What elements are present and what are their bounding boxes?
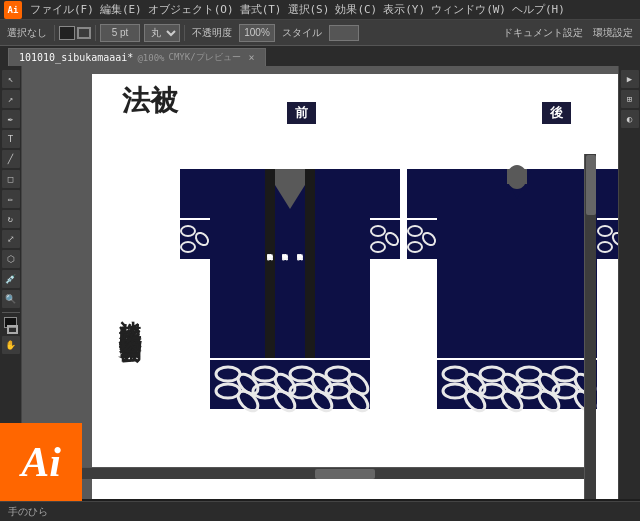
zoom-tool[interactable]: 🔍 [2,290,20,308]
menu-select[interactable]: 選択(S) [288,2,330,17]
menu-format[interactable]: 書式(T) [240,2,282,17]
line-tool[interactable]: ╱ [2,150,20,168]
scrollbar-thumb-vertical[interactable] [586,155,596,215]
document-tab[interactable]: 101010_sibukamaaai* @100% CMYK/プレビュー × [8,48,266,66]
stroke-color-box[interactable] [77,27,91,39]
tab-filename: 101010_sibukamaaai* [19,52,133,63]
scale-tool[interactable]: ⤢ [2,230,20,248]
tools-divider [2,312,20,313]
style-label: スタイル [279,25,325,41]
svg-rect-62 [407,219,437,259]
ai-logo-small: Ai [4,1,22,19]
svg-rect-6 [305,169,315,369]
vertical-text: 淡川地区危険物安全協会 [116,303,142,325]
svg-rect-67 [597,219,618,259]
right-panel: ▶ ⊞ ◐ [618,66,640,499]
canvas-area[interactable]: 法被 淡川地区危険物安全協会 前 後 [22,66,618,499]
select-tool[interactable]: ↖ [2,70,20,88]
menu-window[interactable]: ウィンドウ(W) [431,2,506,17]
env-settings-button[interactable]: 環境設定 [590,25,636,41]
rotate-tool[interactable]: ↻ [2,210,20,228]
direct-select-tool[interactable]: ↗ [2,90,20,108]
page-title: 法被 [122,84,178,117]
stroke-size-input[interactable] [100,24,140,42]
menu-object[interactable]: オブジェクト(O) [148,2,234,17]
right-panel-icon3[interactable]: ◐ [621,110,639,128]
front-label-box: 前 [287,102,316,124]
tab-colormode: CMYK/プレビュー [169,51,241,64]
menu-effect[interactable]: 効果(C) [335,2,377,17]
artboard: 法被 淡川地区危険物安全協会 前 後 [92,74,618,499]
tab-bar: 101010_sibukamaaai* @100% CMYK/プレビュー × [0,46,640,66]
back-label-box: 後 [542,102,571,124]
menu-edit[interactable]: 編集(E) [100,2,142,17]
opacity-input[interactable] [239,24,275,42]
brush-tool[interactable]: ✏ [2,190,20,208]
ai-logo-large-text: Ai [21,438,61,486]
main-toolbar: 選択なし 丸 不透明度 スタイル ドキュメント設定 環境設定 [0,20,640,46]
svg-rect-25 [180,219,210,259]
status-bar: 手のひら [0,501,640,521]
stroke-shape-select[interactable]: 丸 [144,24,180,42]
page-title-area: 法被 [122,82,178,120]
right-panel-icon1[interactable]: ▶ [621,70,639,88]
vertical-scrollbar[interactable] [584,154,596,499]
scrollbar-thumb-horizontal[interactable] [315,469,375,479]
style-preview[interactable] [329,25,359,41]
svg-rect-5 [265,169,275,369]
tab-close-icon[interactable]: × [249,52,255,63]
happi-front-svg: 淡川地区危険物安全協会 淡川地区危険物安全協会 淡川地区危険物安全協会 [180,129,400,449]
eyedropper-tool[interactable]: 💉 [2,270,20,288]
menu-items: ファイル(F) 編集(E) オブジェクト(O) 書式(T) 選択(S) 効果(C… [30,2,565,17]
svg-point-43 [507,165,527,189]
doc-settings-button[interactable]: ドキュメント設定 [500,25,586,41]
menu-help[interactable]: ヘルプ(H) [512,2,565,17]
status-zoom-text: 手のひら [8,505,48,519]
menu-file[interactable]: ファイル(F) [30,2,94,17]
vertical-text-area: 淡川地区危険物安全協会 [102,124,157,499]
blend-tool[interactable]: ⬡ [2,250,20,268]
svg-rect-30 [370,219,400,259]
opacity-label: 不透明度 [189,25,235,41]
tab-zoom: @100% [137,53,164,63]
color-tools [4,317,18,334]
menu-view[interactable]: 表示(Y) [383,2,425,17]
front-label-text: 前 [295,105,308,120]
selection-dropdown[interactable]: 選択なし [4,25,50,41]
hand-tool[interactable]: ✋ [2,336,20,354]
text-tool[interactable]: T [2,130,20,148]
pen-tool[interactable]: ✒ [2,110,20,128]
fill-color-box[interactable] [59,26,75,40]
stroke-indicator[interactable] [7,325,18,334]
rect-tool[interactable]: □ [2,170,20,188]
back-label-text: 後 [550,105,563,120]
menu-bar: Ai ファイル(F) 編集(E) オブジェクト(O) 書式(T) 選択(S) 効… [0,0,640,20]
ai-logo-large: Ai [0,423,82,501]
right-panel-icon2[interactable]: ⊞ [621,90,639,108]
main-area: ↖ ↗ ✒ T ╱ □ ✏ ↻ ⤢ ⬡ 💉 🔍 ✋ 法被 淡川地区危険物安全協会 [0,66,640,499]
